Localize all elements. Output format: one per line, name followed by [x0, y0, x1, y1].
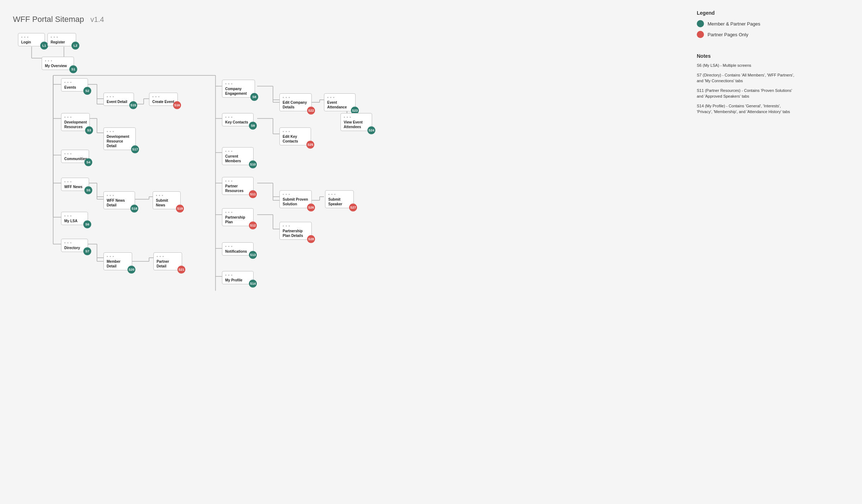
badge-wff-news-detail: S18	[130, 205, 138, 213]
node-my-profile: • • • My Profile S14	[222, 271, 254, 284]
badge-view-event-attendees: S24	[367, 126, 375, 134]
note-4: S14 (My Profile) - Contains 'General', '…	[697, 103, 797, 115]
badge-submit-speaker: S27	[349, 204, 357, 211]
page-title: WFF Portal Sitemap v1.4	[13, 13, 104, 24]
node-partner-resources: • • • Partner Resources S11	[222, 177, 254, 195]
legend-label-red: Partner Pages Only	[708, 32, 748, 37]
node-submit-news: • • • Submit News S19	[153, 191, 181, 209]
badge-partner-resources: S11	[249, 190, 257, 198]
badge-events: S2	[83, 87, 91, 95]
node-dev-resources: • • • Development Resources S3	[61, 113, 90, 131]
badge-create-event: S16	[173, 101, 181, 109]
badge-dev-resources: S3	[85, 126, 93, 134]
node-edit-key-contacts: • • • Edit Key Contacts S25	[279, 127, 311, 145]
node-key-contacts: • • • Key Contacts S9	[222, 113, 254, 126]
badge-notifications: S13	[249, 251, 257, 259]
node-current-members: • • • Current Members S10	[222, 147, 254, 165]
badge-my-lsa: S6	[83, 220, 91, 228]
node-events: • • • Events S2	[61, 78, 88, 92]
legend: Legend Member & Partner Pages Partner Pa…	[697, 10, 797, 42]
node-register: • • • Register L2	[47, 33, 76, 46]
badge-partnership-plan-details: S28	[307, 235, 315, 243]
badge-my-overview: S1	[69, 65, 77, 73]
notes-title: Notes	[697, 53, 797, 59]
node-my-lsa: • • • My LSA S6	[61, 212, 88, 225]
node-submit-proven-solution: • • • Submit Proven Solution S26	[279, 190, 312, 208]
badge-partnership-plan: S12	[249, 221, 257, 229]
note-3: S11 (Partner Resources) - Contains 'Prov…	[697, 88, 797, 99]
node-my-overview: • • • My Overview S1	[42, 57, 74, 70]
red-dot	[697, 31, 704, 38]
node-wff-news-detail: • • • WFF News Detail S18	[103, 191, 135, 209]
node-event-attendance: • • • Event Attendance S23	[324, 93, 356, 111]
badge-key-contacts: S9	[249, 122, 257, 130]
badge-submit-proven-solution: S26	[307, 204, 315, 211]
node-member-detail: • • • Member Detail S20	[103, 252, 132, 270]
green-dot	[697, 20, 704, 27]
node-communities: • • • Communities S4	[61, 150, 89, 163]
badge-login: L1	[40, 42, 48, 50]
badge-submit-news: S19	[176, 205, 184, 213]
node-edit-company-details: • • • Edit Company Details S22	[279, 93, 312, 111]
legend-item-red: Partner Pages Only	[697, 31, 797, 38]
legend-title: Legend	[697, 10, 797, 16]
node-view-event-attendees: • • • View Event Attendees S24	[340, 113, 372, 131]
badge-my-profile: S14	[249, 280, 257, 288]
badge-current-members: S10	[249, 160, 257, 168]
notes-section: Notes S6 (My LSA) - Multiple screens S7 …	[697, 53, 797, 118]
badge-dev-resource-detail: S17	[131, 145, 139, 153]
badge-communities: S4	[84, 158, 92, 166]
node-wff-news: • • • WFF News S5	[61, 178, 89, 191]
badge-edit-company-details: S22	[307, 107, 315, 115]
node-directory: • • • Directory S7	[61, 239, 88, 252]
note-2: S7 (Directory) - Contains 'All Members',…	[697, 72, 797, 84]
legend-label-green: Member & Partner Pages	[708, 21, 760, 27]
node-partnership-plan-details: • • • Partnership Plan Details S28	[279, 222, 312, 240]
badge-member-detail: S20	[128, 266, 135, 274]
badge-company-engagement: S8	[250, 93, 258, 101]
node-partner-detail: • • • Partner Detail S21	[153, 252, 182, 270]
node-partnership-plan: • • • Partnership Plan S12	[222, 208, 254, 226]
badge-wff-news: S5	[84, 186, 92, 194]
badge-directory: S7	[83, 247, 91, 255]
node-company-engagement: • • • Company Engagement S8	[222, 80, 255, 98]
note-1: S6 (My LSA) - Multiple screens	[697, 62, 797, 69]
legend-item-green: Member & Partner Pages	[697, 20, 797, 27]
badge-register: L2	[71, 42, 79, 50]
badge-partner-detail: S21	[177, 266, 185, 274]
node-dev-resource-detail: • • • Development Resource Detail S17	[103, 127, 136, 150]
node-login: • • • Login L1	[18, 33, 45, 46]
node-event-detail: • • • Event Detail S15	[103, 93, 134, 106]
node-submit-speaker: • • • Submit Speaker S27	[325, 190, 354, 208]
node-create-event: • • • Create Event S16	[149, 93, 178, 106]
badge-event-detail: S15	[129, 101, 137, 109]
badge-edit-key-contacts: S25	[306, 141, 314, 149]
node-notifications: • • • Notifications S13	[222, 242, 254, 256]
